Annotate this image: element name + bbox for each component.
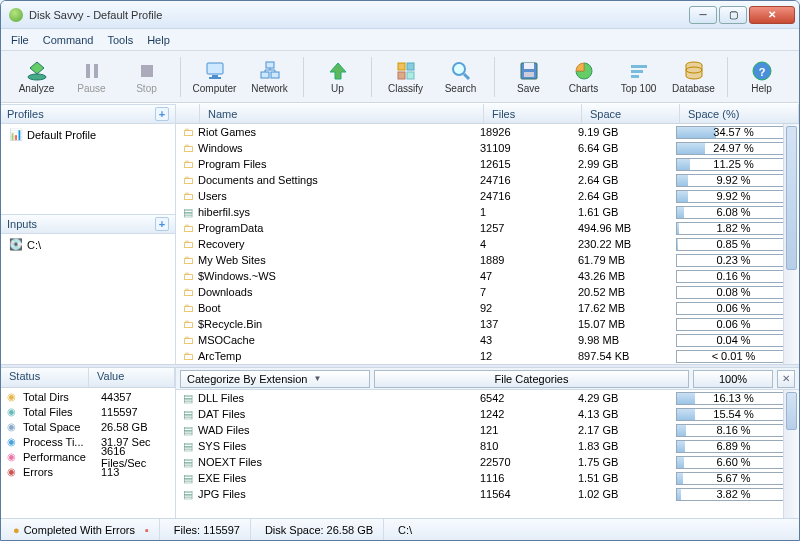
svg-rect-4: [207, 63, 223, 74]
row-space: 897.54 KB: [578, 350, 676, 362]
add-input-button[interactable]: +: [155, 217, 169, 231]
folder-icon: 🗀: [180, 238, 196, 250]
row-space: 2.64 GB: [578, 174, 676, 186]
menu-command[interactable]: Command: [43, 34, 94, 46]
folder-icon: 🗀: [180, 222, 196, 234]
category-row[interactable]: ▤DLL Files65424.29 GB16.13 %: [176, 390, 799, 406]
categorize-select[interactable]: Categorize By Extension ▼: [180, 370, 370, 388]
col-space[interactable]: Space: [582, 104, 680, 123]
cat-files: 1242: [480, 408, 578, 420]
network-button[interactable]: Network: [242, 53, 297, 101]
row-space: 2.64 GB: [578, 190, 676, 202]
table-row[interactable]: 🗀$Recycle.Bin13715.07 MB0.06 %: [176, 316, 799, 332]
top100-button[interactable]: Top 100: [611, 53, 666, 101]
network-label: Network: [251, 83, 288, 94]
scrollbar-v[interactable]: [783, 124, 799, 364]
status-row: ◉Performance3616 Files/Sec: [1, 449, 175, 464]
col-files[interactable]: Files: [484, 104, 582, 123]
add-profile-button[interactable]: +: [155, 107, 169, 121]
table-row[interactable]: 🗀Users247162.64 GB9.92 %: [176, 188, 799, 204]
category-row[interactable]: ▤EXE Files11161.51 GB5.67 %: [176, 470, 799, 486]
maximize-button[interactable]: ▢: [719, 6, 747, 24]
scrollbar-thumb[interactable]: [786, 392, 797, 430]
menu-help[interactable]: Help: [147, 34, 170, 46]
category-row[interactable]: ▤WAD Files1212.17 GB8.16 %: [176, 422, 799, 438]
charts-button[interactable]: Charts: [556, 53, 611, 101]
row-files: 1889: [480, 254, 578, 266]
help-button[interactable]: ?Help: [734, 53, 789, 101]
profile-item[interactable]: 📊 Default Profile: [1, 126, 175, 143]
status-value: 115597: [101, 406, 169, 418]
table-row[interactable]: 🗀My Web Sites188961.79 MB0.23 %: [176, 252, 799, 268]
zoom-button[interactable]: 100%: [693, 370, 773, 388]
close-panel-button[interactable]: ✕: [777, 370, 795, 388]
cat-space: 1.75 GB: [578, 456, 676, 468]
table-row[interactable]: 🗀Riot Games189269.19 GB34.57 %: [176, 124, 799, 140]
table-row[interactable]: 🗀Windows311096.64 GB24.97 %: [176, 140, 799, 156]
col-status[interactable]: Status: [1, 368, 89, 387]
classify-button[interactable]: Classify: [378, 53, 433, 101]
row-space: 15.07 MB: [578, 318, 676, 330]
category-row[interactable]: ▤NOEXT Files225701.75 GB6.60 %: [176, 454, 799, 470]
table-row[interactable]: 🗀Program Files126152.99 GB11.25 %: [176, 156, 799, 172]
menu-file[interactable]: File: [11, 34, 29, 46]
table-row[interactable]: 🗀Recovery4230.22 MB0.85 %: [176, 236, 799, 252]
status-row: ◉Total Dirs44357: [1, 389, 175, 404]
analyze-button[interactable]: Analyze: [9, 53, 64, 101]
scrollbar-thumb[interactable]: [786, 126, 797, 270]
col-name[interactable]: Name: [200, 104, 484, 123]
search-button[interactable]: Search: [433, 53, 488, 101]
top100-icon: [627, 59, 651, 83]
computer-button[interactable]: Computer: [187, 53, 242, 101]
table-row[interactable]: 🗀Downloads720.52 MB0.08 %: [176, 284, 799, 300]
scrollbar-v[interactable]: [783, 390, 799, 518]
row-name: $Windows.~WS: [196, 270, 480, 282]
category-row[interactable]: ▤DAT Files12424.13 GB15.54 %: [176, 406, 799, 422]
table-row[interactable]: 🗀Boot9217.62 MB0.06 %: [176, 300, 799, 316]
input-item[interactable]: 💽 C:\: [1, 236, 175, 253]
up-label: Up: [331, 83, 344, 94]
category-bar: Categorize By Extension ▼ File Categorie…: [176, 368, 799, 390]
category-row[interactable]: ▤SYS Files8101.83 GB6.89 %: [176, 438, 799, 454]
row-pct: < 0.01 %: [676, 350, 795, 363]
category-row[interactable]: ▤JPG Files115641.02 GB3.82 %: [176, 486, 799, 502]
minimize-button[interactable]: ─: [689, 6, 717, 24]
save-button[interactable]: Save: [501, 53, 556, 101]
database-button[interactable]: Database: [666, 53, 721, 101]
row-name: My Web Sites: [196, 254, 480, 266]
status-icon: ◉: [7, 436, 23, 447]
stop-icon[interactable]: ▪: [145, 524, 149, 536]
computer-icon: [203, 59, 227, 83]
row-pct: 11.25 %: [676, 158, 795, 171]
top100-label: Top 100: [621, 83, 657, 94]
row-files: 7: [480, 286, 578, 298]
file-icon: ▤: [180, 440, 196, 453]
table-row[interactable]: 🗀ArcTemp12897.54 KB< 0.01 %: [176, 348, 799, 364]
col-value[interactable]: Value: [89, 368, 175, 387]
table-row[interactable]: 🗀Documents and Settings247162.64 GB9.92 …: [176, 172, 799, 188]
col-pct[interactable]: Space (%): [680, 104, 799, 123]
file-icon: ▤: [180, 472, 196, 485]
svg-rect-19: [631, 70, 643, 73]
cat-pct: 15.54 %: [676, 408, 795, 421]
close-button[interactable]: ✕: [749, 6, 795, 24]
row-pct: 0.06 %: [676, 302, 795, 315]
status-icon: ◉: [7, 406, 23, 417]
table-row[interactable]: ▤hiberfil.sys11.61 GB6.08 %: [176, 204, 799, 220]
file-list[interactable]: 🗀Riot Games189269.19 GB34.57 %🗀Windows31…: [176, 124, 799, 364]
search-icon: [449, 59, 473, 83]
up-button[interactable]: Up: [310, 53, 365, 101]
row-space: 1.61 GB: [578, 206, 676, 218]
table-row[interactable]: 🗀MSOCache439.98 MB0.04 %: [176, 332, 799, 348]
folder-icon: 🗀: [180, 190, 196, 202]
category-list[interactable]: ▤DLL Files65424.29 GB16.13 %▤DAT Files12…: [176, 390, 799, 518]
row-name: Recovery: [196, 238, 480, 250]
table-row[interactable]: 🗀$Windows.~WS4743.26 MB0.16 %: [176, 268, 799, 284]
titlebar[interactable]: Disk Savvy - Default Profile ─ ▢ ✕: [1, 1, 799, 29]
table-row[interactable]: 🗀ProgramData1257494.96 MB1.82 %: [176, 220, 799, 236]
file-categories-button[interactable]: File Categories: [374, 370, 689, 388]
svg-rect-7: [261, 72, 269, 78]
row-space: 61.79 MB: [578, 254, 676, 266]
menu-tools[interactable]: Tools: [107, 34, 133, 46]
row-files: 24716: [480, 190, 578, 202]
